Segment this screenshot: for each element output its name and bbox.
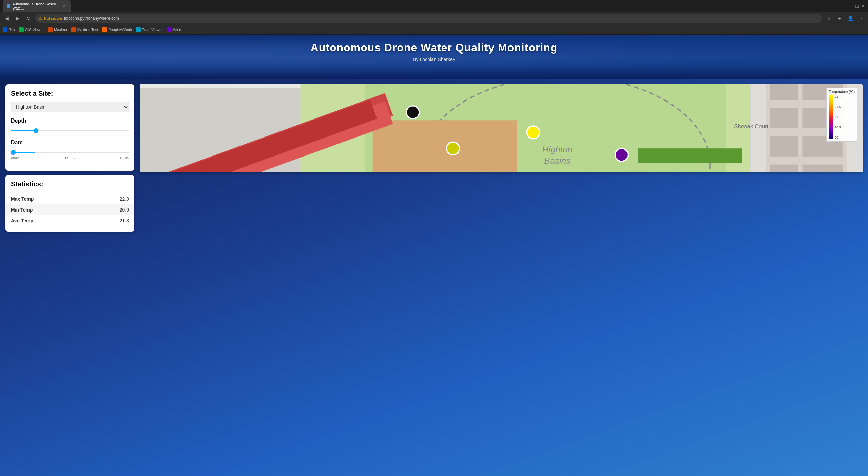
svg-point-42 (446, 142, 459, 155)
hero-header: Autonomous Drone Water Quality Monitorin… (0, 35, 868, 79)
svg-point-43 (615, 148, 628, 161)
peopleatwork-icon (102, 27, 107, 32)
wind-icon (167, 27, 172, 32)
date-tick-3: 15/05 (119, 156, 129, 160)
close-btn[interactable]: ✕ (861, 3, 865, 9)
new-tab-button[interactable]: + (72, 2, 80, 10)
map-panel[interactable]: James Cook Dr Burdekin Road Sheoak Court… (140, 84, 863, 172)
svg-rect-24 (770, 84, 798, 100)
legend-gradient-row: 22 21.5 21 20.5 20 (829, 95, 855, 139)
stat-row-min: Min Temp 20.0 (5, 204, 134, 215)
tab-close-btn[interactable]: ✕ (62, 4, 66, 8)
svg-text:Highton: Highton (542, 144, 573, 154)
refresh-button[interactable]: ↻ (24, 14, 33, 22)
bookmark-wind[interactable]: Wind (167, 27, 181, 32)
bookmark-maximo[interactable]: Maximo (48, 27, 67, 32)
legend-val-4: 20 (835, 136, 841, 139)
temperature-legend: Temperature (°C) 22 21.5 21 20.5 20 (826, 88, 857, 142)
back-button[interactable]: ◀ (3, 14, 11, 22)
max-temp-label: Max Temp (11, 196, 34, 202)
bookmarks-bar: Jira GIS Viewer Maximo Maximo Test Peopl… (0, 24, 868, 35)
svg-rect-5 (373, 120, 517, 172)
bookmark-peopleatwork[interactable]: PeopleAtWork (102, 27, 132, 32)
bookmark-star[interactable]: ☆ (825, 14, 833, 22)
jira-icon (3, 27, 7, 32)
security-badge: ⚠ (39, 16, 42, 21)
svg-rect-6 (638, 148, 742, 163)
date-section: Date 08/05 09/05 15/05 (11, 140, 129, 160)
left-column: Select a Site: Highton Basin Depth Date … (5, 84, 134, 232)
legend-scale-labels: 22 21.5 21 20.5 20 (835, 95, 841, 139)
avg-temp-label: Avg Temp (11, 218, 33, 223)
bookmark-maximo-test[interactable]: Maximo Test (71, 27, 98, 32)
minimize-btn[interactable]: ─ (850, 3, 853, 9)
menu-button[interactable]: ⋮ (857, 14, 865, 22)
security-label: Not secure (44, 16, 62, 20)
profile-button[interactable]: 👤 (846, 14, 854, 22)
depth-slider[interactable] (11, 130, 129, 131)
svg-rect-28 (770, 136, 798, 157)
maximo-icon (48, 27, 53, 32)
svg-point-40 (406, 106, 419, 119)
depth-label: Depth (11, 118, 129, 124)
legend-title: Temperature (°C) (829, 90, 855, 94)
date-tick-1: 08/05 (11, 156, 20, 160)
svg-text:Basins: Basins (544, 155, 571, 166)
active-tab[interactable]: Autonomous Drone Based Wate... ✕ (3, 0, 71, 12)
date-label: Date (11, 140, 129, 146)
legend-val-3: 20.5 (835, 126, 841, 129)
min-temp-value: 20.0 (120, 207, 129, 213)
window-controls: ─ □ ✕ (850, 3, 865, 9)
date-tick-2: 09/05 (65, 156, 75, 160)
hero-title: Autonomous Drone Water Quality Monitorin… (0, 41, 868, 54)
controls-panel: Select a Site: Highton Basin Depth Date … (5, 84, 134, 171)
max-temp-value: 22.0 (120, 196, 129, 202)
hero-subtitle: By Lochlan Sharkey (0, 57, 868, 62)
address-box[interactable]: ⚠ Not secure lloocchh.pythonanywhere.com (35, 14, 822, 23)
gis-icon (19, 27, 24, 32)
extensions-button[interactable]: ⊞ (835, 14, 844, 22)
map-container: James Cook Dr Burdekin Road Sheoak Court… (140, 84, 863, 172)
bookmark-jira[interactable]: Jira (3, 27, 15, 32)
stat-row-avg: Avg Temp 21.3 (11, 215, 129, 226)
depth-section: Depth (11, 118, 129, 134)
date-slider[interactable] (11, 152, 129, 153)
main-content: Select a Site: Highton Basin Depth Date … (0, 79, 868, 237)
svg-text:Sheoak Court: Sheoak Court (734, 123, 769, 130)
statistics-panel: Statistics: Max Temp 22.0 Min Temp 20.0 … (5, 175, 134, 232)
maximo-test-icon (71, 27, 76, 32)
statistics-title: Statistics: (11, 180, 129, 188)
legend-val-0: 22 (835, 95, 841, 98)
map-svg: James Cook Dr Burdekin Road Sheoak Court… (140, 84, 863, 172)
browser-chrome: Autonomous Drone Based Wate... ✕ + ─ □ ✕ (0, 0, 868, 12)
date-labels: 08/05 09/05 15/05 (11, 156, 129, 160)
tab-bar: Autonomous Drone Based Wate... ✕ + (3, 0, 80, 12)
maximize-btn[interactable]: □ (856, 3, 859, 9)
svg-point-41 (527, 126, 540, 139)
svg-rect-31 (802, 165, 842, 172)
legend-val-1: 21.5 (835, 105, 841, 109)
address-bar-row: ◀ ▶ ↻ ⚠ Not secure lloocchh.pythonanywhe… (0, 12, 868, 24)
min-temp-label: Min Temp (11, 207, 33, 213)
tab-title: Autonomous Drone Based Wate... (12, 2, 60, 10)
svg-rect-30 (770, 165, 798, 172)
forward-button[interactable]: ▶ (14, 14, 22, 22)
bookmark-teamviewer[interactable]: TeamViewer (136, 27, 162, 32)
legend-val-2: 21 (835, 115, 841, 119)
bookmark-gis[interactable]: GIS Viewer (19, 27, 44, 32)
avg-temp-value: 21.3 (120, 218, 129, 223)
svg-rect-26 (770, 108, 798, 128)
select-site-label: Select a Site: (11, 90, 129, 97)
url-display: lloocchh.pythonanywhere.com (64, 16, 119, 21)
tab-favicon (7, 4, 10, 8)
stat-row-max: Max Temp 22.0 (11, 194, 129, 204)
site-select-dropdown[interactable]: Highton Basin (11, 102, 129, 112)
legend-gradient-bar (829, 95, 833, 139)
teamviewer-icon (136, 27, 141, 32)
